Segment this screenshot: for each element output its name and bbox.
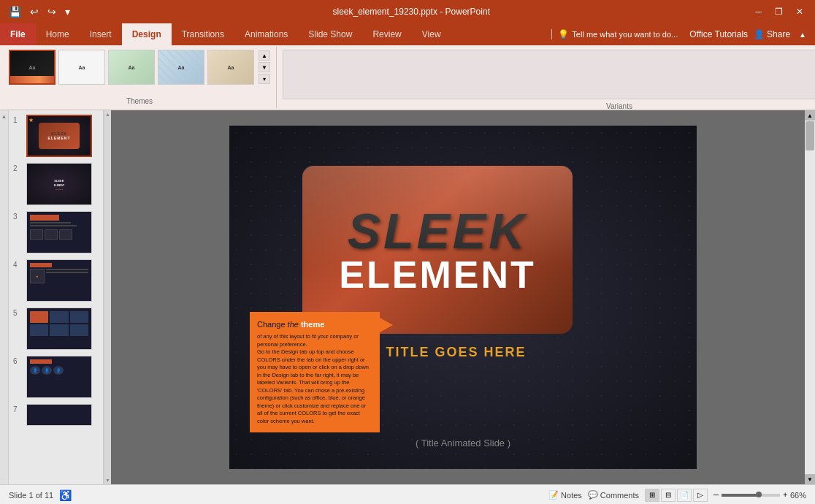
- theme-thumb-2[interactable]: Aa: [58, 50, 105, 85]
- slide-thumb-5[interactable]: [26, 308, 92, 350]
- slide-item-3[interactable]: 3: [12, 210, 100, 255]
- transitions-tab[interactable]: Transitions: [172, 23, 234, 45]
- comments-button[interactable]: 💬 Comments: [588, 490, 639, 500]
- slide-number-4: 4: [13, 259, 23, 269]
- theme-thumb-3[interactable]: Aa: [108, 50, 155, 85]
- zoom-out-button[interactable]: ─: [713, 491, 719, 499]
- slide-thumb-6[interactable]: 👤 👤 👤: [26, 356, 92, 398]
- tooltip-box: Change the theme of any of this layout t…: [250, 312, 380, 432]
- theme-thumb-5[interactable]: Aa: [207, 50, 254, 85]
- ribbon-right-actions: 💡 Tell me what you want to do... Office …: [551, 29, 815, 40]
- ribbon-panels: Aa Aa Aa: [0, 45, 815, 110]
- theme-scroll-up[interactable]: ▲: [259, 50, 270, 61]
- comments-icon: 💬: [588, 490, 598, 500]
- zoom-level[interactable]: 66%: [790, 491, 806, 500]
- review-tab[interactable]: Review: [362, 23, 411, 45]
- minimize-button[interactable]: ─: [749, 5, 768, 18]
- slideshow-button[interactable]: ▷: [693, 489, 708, 502]
- help-text[interactable]: Tell me what you want to do...: [572, 30, 678, 39]
- slide-title-box[interactable]: SLEEK ELEMENT: [302, 166, 573, 334]
- office-tutorials-label: Office Tutorials: [689, 29, 748, 39]
- slide-thumb-3[interactable]: [26, 211, 92, 253]
- zoom-handle[interactable]: [756, 492, 762, 497]
- share-button[interactable]: 👤 Share: [754, 29, 790, 39]
- slide-item-7[interactable]: 7: [12, 402, 100, 427]
- slide-thumb-4[interactable]: ★: [26, 259, 92, 302]
- accessibility-icon[interactable]: ♿: [59, 489, 72, 501]
- customize-qat-icon[interactable]: ▾: [62, 4, 73, 19]
- variants-section: ▲ ▼ Variants: [277, 47, 815, 113]
- share-icon: 👤: [754, 29, 765, 39]
- slide-item-2[interactable]: 2 SLEEK ELEMENT SUB TITLE: [12, 161, 100, 207]
- theme-scroll-controls: ▲ ▼ ▾: [259, 50, 270, 84]
- canvas-area: ▲ ▼ SLEEK ELEMENT SUB TITLE GOES HERE: [111, 110, 815, 484]
- tooltip-theme: theme: [301, 320, 324, 329]
- zoom-fill: [722, 494, 757, 497]
- slide-thumb-2[interactable]: SLEEK ELEMENT SUB TITLE: [26, 163, 92, 205]
- themes-label: Themes: [9, 94, 270, 105]
- design-tab[interactable]: Design: [122, 23, 172, 45]
- slide-number-6: 6: [13, 356, 23, 365]
- reading-view-button[interactable]: 📄: [677, 489, 692, 502]
- slide-item-5[interactable]: 5: [12, 306, 100, 351]
- status-right: 📝 Notes 💬 Comments ⊞ ⊟ 📄 ▷ ─ + 66%: [548, 489, 806, 502]
- tooltip-body: of any of this layout to fit your compan…: [257, 333, 372, 425]
- canvas-vscrollbar[interactable]: ▲ ▼: [805, 110, 815, 484]
- collapse-ribbon-button[interactable]: ▲: [796, 29, 809, 40]
- notes-icon: 📝: [548, 490, 559, 500]
- slide-item-6[interactable]: 6 👤 👤: [12, 354, 100, 400]
- zoom-controls: ─ + 66%: [713, 491, 806, 500]
- tooltip-arrow: [380, 318, 393, 332]
- slide-list: 1 SLEEK ELEMENT ★ 2: [9, 110, 103, 484]
- variants-row: ▲ ▼: [283, 50, 815, 99]
- save-icon[interactable]: 💾: [6, 4, 24, 19]
- help-box: 💡 Tell me what you want to do...: [551, 29, 684, 39]
- tooltip-the: the: [288, 320, 301, 329]
- slide-item-1[interactable]: 1 SLEEK ELEMENT ★: [12, 113, 100, 159]
- notes-label: Notes: [561, 491, 582, 500]
- slide-number-7: 7: [13, 404, 23, 413]
- themes-section: Aa Aa Aa: [3, 47, 277, 108]
- redo-icon[interactable]: ↪: [45, 4, 59, 19]
- home-tab[interactable]: Home: [36, 23, 80, 45]
- slide-item-4[interactable]: 4 ★: [12, 258, 100, 303]
- animations-tab[interactable]: Animations: [234, 23, 298, 45]
- notes-button[interactable]: 📝 Notes: [548, 490, 582, 500]
- slide-count: Slide 1 of 11: [9, 491, 53, 500]
- theme-scroll-down[interactable]: ▼: [259, 62, 270, 72]
- slide-number-1: 1: [13, 115, 23, 124]
- theme-thumb-1[interactable]: Aa: [9, 50, 56, 85]
- slide-show-tab[interactable]: Slide Show: [298, 23, 362, 45]
- slide-panel-scrollbar[interactable]: ▲ ▼: [104, 110, 111, 484]
- zoom-in-button[interactable]: +: [783, 491, 787, 499]
- main-area: ▲ 1 SLEEK ELEMENT ★: [0, 110, 815, 484]
- ribbon-content: Aa Aa Aa: [0, 45, 815, 110]
- zoom-slider[interactable]: [722, 494, 780, 497]
- slide-number-3: 3: [13, 211, 23, 221]
- comments-label: Comments: [600, 491, 639, 500]
- restore-button[interactable]: ❐: [769, 5, 789, 18]
- view-tab[interactable]: View: [412, 23, 451, 45]
- variants-area: [283, 50, 815, 99]
- slide-canvas: SLEEK ELEMENT SUB TITLE GOES HERE ( Titl…: [229, 126, 697, 469]
- insert-tab[interactable]: Insert: [80, 23, 122, 45]
- variants-label: Variants: [283, 99, 815, 110]
- close-button[interactable]: ✕: [790, 5, 809, 18]
- normal-view-button[interactable]: ⊞: [645, 489, 659, 502]
- slide-thumb-1[interactable]: SLEEK ELEMENT ★: [26, 115, 92, 157]
- slide-sorter-button[interactable]: ⊟: [661, 489, 676, 502]
- title-bar: 💾 ↩ ↪ ▾ sleek_element_19230.pptx - Power…: [0, 0, 815, 23]
- file-tab[interactable]: File: [0, 23, 36, 45]
- panel-scroll-up[interactable]: ▲: [0, 110, 9, 484]
- undo-icon[interactable]: ↩: [27, 4, 42, 19]
- ribbon-tabs: File Home Insert Design Transitions Anim…: [0, 23, 451, 45]
- slide-thumb-7[interactable]: [26, 404, 92, 426]
- office-tutorials-link[interactable]: Office Tutorials: [689, 29, 748, 39]
- theme-thumb-4[interactable]: Aa: [158, 50, 204, 85]
- slide-panel: 1 SLEEK ELEMENT ★ 2: [9, 110, 104, 484]
- status-bar: Slide 1 of 11 ♿ 📝 Notes 💬 Comments ⊞ ⊟ 📄…: [0, 484, 815, 504]
- theme-scroll-more[interactable]: ▾: [259, 74, 270, 84]
- window-title: sleek_element_19230.pptx - PowerPoint: [73, 7, 749, 17]
- title-bar-left: 💾 ↩ ↪ ▾: [6, 4, 73, 19]
- slide-number-5: 5: [13, 308, 23, 317]
